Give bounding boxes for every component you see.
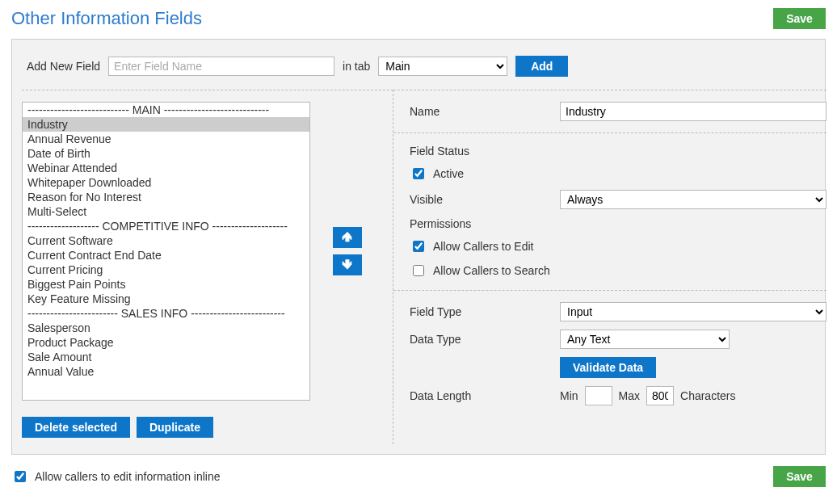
visible-select[interactable]: Always [560, 190, 826, 209]
list-item[interactable]: Current Contract End Date [23, 248, 309, 262]
list-item[interactable]: Annual Revenue [23, 132, 309, 146]
save-button-top[interactable]: Save [773, 8, 826, 29]
min-label: Min [560, 389, 578, 402]
list-item[interactable]: Product Package [23, 335, 309, 350]
delete-selected-button[interactable]: Delete selected [22, 417, 130, 438]
list-item[interactable]: Sale Amount [23, 350, 309, 364]
field-type-select[interactable]: Input [560, 302, 826, 321]
save-button-bottom[interactable]: Save [773, 466, 826, 487]
permissions-heading: Permissions [410, 217, 826, 230]
data-type-select[interactable]: Any Text [560, 330, 730, 349]
inline-edit-label: Allow callers to edit information inline [35, 470, 221, 483]
field-type-label: Field Type [410, 305, 560, 318]
list-item[interactable]: Multi-Select [23, 204, 309, 219]
duplicate-button[interactable]: Duplicate [137, 417, 213, 438]
page-title: Other Information Fields [11, 8, 202, 29]
add-button[interactable]: Add [515, 56, 568, 77]
chars-label: Characters [680, 389, 735, 402]
list-item[interactable]: Whitepaper Downloaded [23, 175, 309, 190]
list-item[interactable]: --------------------------- MAIN -------… [23, 103, 309, 117]
field-status-heading: Field Status [410, 145, 826, 158]
move-up-button[interactable]: 🡹 [333, 227, 362, 248]
list-item[interactable]: Industry [23, 117, 309, 132]
list-item[interactable]: Current Software [23, 233, 309, 248]
inline-edit-checkbox[interactable] [15, 471, 26, 482]
data-length-label: Data Length [410, 389, 560, 402]
field-name-input[interactable] [560, 102, 826, 121]
list-item[interactable]: Reason for No Interest [23, 190, 309, 204]
allow-edit-label: Allow Callers to Edit [433, 240, 534, 253]
add-field-row: Add New Field in tab Main Add [22, 49, 815, 90]
fields-listbox[interactable]: --------------------------- MAIN -------… [22, 102, 310, 401]
active-checkbox[interactable] [413, 168, 424, 179]
name-label: Name [410, 105, 560, 118]
list-item[interactable]: Annual Value [23, 364, 309, 379]
list-item[interactable]: Biggest Pain Points [23, 277, 309, 292]
active-label: Active [433, 167, 464, 180]
max-input[interactable] [646, 386, 674, 405]
max-label: Max [619, 389, 640, 402]
in-tab-label: in tab [343, 60, 370, 73]
move-down-button[interactable]: 🡻 [333, 254, 362, 275]
arrow-down-icon: 🡻 [342, 259, 353, 271]
list-item[interactable]: Date of Birth [23, 146, 309, 161]
list-item[interactable]: Webinar Attended [23, 161, 309, 175]
tab-select[interactable]: Main [378, 57, 507, 76]
list-item[interactable]: Current Pricing [23, 262, 309, 277]
add-field-label: Add New Field [27, 60, 100, 73]
min-input[interactable] [585, 386, 612, 405]
list-item[interactable]: ------------------- COMPETITIVE INFO ---… [23, 219, 309, 233]
list-item[interactable]: ------------------------ SALES INFO ----… [23, 306, 309, 321]
main-config-panel: Add New Field in tab Main Add ----------… [11, 39, 826, 455]
validate-data-button[interactable]: Validate Data [560, 357, 656, 378]
allow-edit-checkbox[interactable] [413, 241, 424, 252]
visible-label: Visible [410, 193, 560, 206]
list-item[interactable]: Salesperson [23, 321, 309, 335]
list-item[interactable]: Key Feature Missing [23, 292, 309, 306]
data-type-label: Data Type [410, 333, 560, 346]
new-field-name-input[interactable] [108, 57, 334, 76]
arrow-up-icon: 🡹 [342, 232, 353, 243]
allow-search-label: Allow Callers to Search [433, 264, 550, 277]
allow-search-checkbox[interactable] [413, 265, 424, 276]
